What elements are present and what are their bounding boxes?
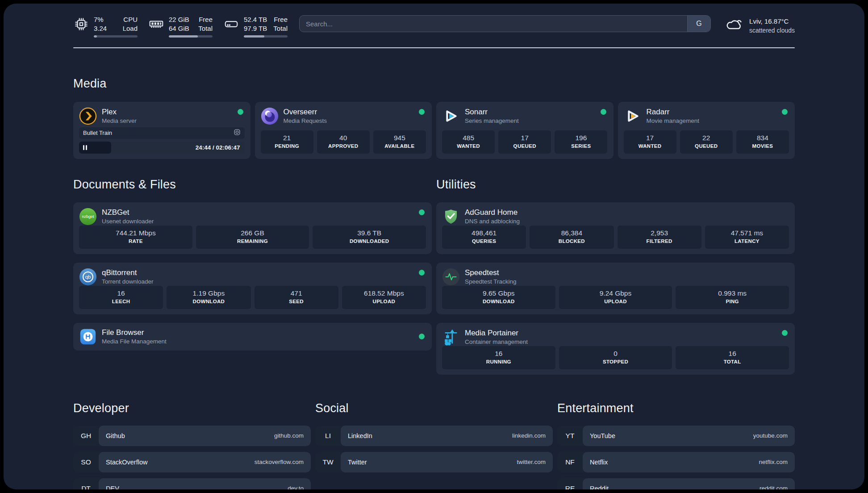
card-portainer[interactable]: Media Portainer Container management 16R… — [436, 323, 795, 375]
memory-progress-bar — [169, 35, 213, 38]
bookmark-reddit[interactable]: RE Redditreddit.com — [557, 478, 795, 489]
memory-icon — [148, 16, 164, 32]
card-overseerr[interactable]: Overseerr Media Requests 21PENDING 40APP… — [255, 102, 432, 159]
section-social: Social LI LinkedInlinkedin.com TW Twitte… — [315, 401, 553, 489]
card-filebrowser[interactable]: File Browser Media File Management — [73, 323, 432, 351]
stat-queries: 498,461QUERIES — [442, 226, 526, 248]
card-radarr[interactable]: Radarr Movie management 17WANTED 22QUEUE… — [618, 102, 795, 159]
card-subtitle: Container management — [465, 338, 528, 346]
bookmark-netflix[interactable]: NF Netflixnetflix.com — [557, 452, 795, 472]
memory-free-value: 22 GiB — [169, 15, 189, 24]
overseerr-icon — [261, 107, 279, 125]
card-subtitle: Series management — [465, 117, 519, 125]
stat-seed: 471SEED — [255, 286, 338, 309]
bookmark-name: Netflix — [590, 459, 608, 466]
stat-wanted: 17WANTED — [624, 130, 676, 153]
card-subtitle: Movie management — [647, 117, 700, 125]
stat-available: 945AVAILABLE — [373, 130, 426, 153]
stat-queued: 17QUEUED — [498, 130, 551, 153]
section-title-entertainment: Entertainment — [557, 401, 795, 415]
search-provider-button[interactable]: G — [687, 16, 710, 32]
section-entertainment: Entertainment YT YouTubeyoutube.com NF N… — [557, 401, 795, 489]
bookmark-abbr: LI — [315, 426, 341, 446]
playback-progress-bar: 24:44 / 02:06:47 — [79, 142, 245, 154]
bookmark-name: YouTube — [590, 432, 615, 439]
status-dot — [419, 109, 425, 115]
stat-queued: 22QUEUED — [680, 130, 733, 153]
card-title: Plex — [102, 107, 137, 117]
pause-icon — [83, 145, 87, 150]
bookmark-abbr: RE — [557, 478, 583, 489]
stat-downloaded: 39.6 TBDOWNLOADED — [313, 226, 426, 248]
search-input[interactable] — [300, 16, 687, 32]
status-dot — [419, 209, 425, 215]
memory-total-value: 64 GiB — [169, 24, 189, 33]
section-title-media: Media — [73, 77, 795, 91]
card-title: File Browser — [102, 328, 167, 338]
cpu-widget: 7% 3.24 CPU Load — [73, 15, 138, 38]
card-subtitle: Media Requests — [284, 117, 327, 125]
disk-free-value: 52.4 TB — [244, 15, 267, 24]
stat-rate: 744.21 MbpsRATE — [79, 226, 192, 248]
stat-filtered: 2,953FILTERED — [618, 226, 701, 248]
bookmark-abbr: NF — [557, 452, 583, 472]
disk-total-value: 97.9 TB — [244, 24, 267, 33]
bookmark-linkedin[interactable]: LI LinkedInlinkedin.com — [315, 426, 553, 446]
status-dot — [419, 270, 425, 276]
bookmark-url: dev.to — [288, 485, 304, 489]
stat-total: 16TOTAL — [676, 346, 789, 369]
bookmark-url: linkedin.com — [512, 432, 546, 439]
dashboard-page: 7% 3.24 CPU Load — [4, 4, 864, 489]
bookmark-name: StackOverflow — [106, 459, 147, 466]
memory-widget: 22 GiB 64 GiB Free Total — [148, 15, 213, 38]
section-media: Media Plex Media server — [73, 77, 795, 159]
card-sonarr[interactable]: Sonarr Series management 485WANTED 17QUE… — [436, 102, 613, 159]
stat-download: 9.65 GbpsDOWNLOAD — [442, 286, 555, 309]
bookmark-url: reddit.com — [760, 485, 788, 489]
bookmark-stackoverflow[interactable]: SO StackOverflowstackoverflow.com — [73, 452, 311, 472]
card-plex[interactable]: Plex Media server Bullet Train — [73, 102, 250, 159]
weather-location: Lviv, 16.87°C — [749, 17, 795, 26]
card-title: Sonarr — [465, 107, 519, 117]
cpu-load-value: 3.24 — [94, 24, 107, 33]
stat-latency: 47.571 msLATENCY — [705, 226, 789, 248]
bookmark-url: stackoverflow.com — [255, 459, 304, 465]
radarr-icon — [624, 107, 642, 125]
card-title: NZBGet — [102, 208, 154, 217]
card-subtitle: Media File Management — [102, 338, 167, 346]
card-nzbget[interactable]: nzbget NZBGet Usenet downloader 744.21 M… — [73, 202, 432, 254]
svg-text:nzbget: nzbget — [82, 214, 94, 219]
stat-series: 196SERIES — [555, 130, 607, 153]
weather-widget: Lviv, 16.87°C scattered clouds — [724, 15, 795, 37]
stat-upload: 9.24 GbpsUPLOAD — [559, 286, 672, 309]
card-title: AdGuard Home — [465, 208, 520, 217]
bookmark-twitter[interactable]: TW Twittertwitter.com — [315, 452, 553, 472]
bookmark-github[interactable]: GH Githubgithub.com — [73, 426, 311, 446]
card-title: Media Portainer — [465, 328, 528, 338]
bookmark-name: Github — [106, 432, 125, 439]
bookmark-name: DEV — [106, 485, 119, 489]
bookmark-dev[interactable]: DT DEVdev.to — [73, 478, 311, 489]
status-dot — [601, 109, 606, 115]
section-title-utilities: Utilities — [436, 178, 795, 192]
topbar: 7% 3.24 CPU Load — [73, 15, 795, 38]
bookmark-url: github.com — [274, 432, 304, 439]
memory-total-label: Total — [198, 24, 213, 33]
stat-wanted: 485WANTED — [442, 130, 495, 153]
card-title: Radarr — [647, 107, 700, 117]
bookmark-youtube[interactable]: YT YouTubeyoutube.com — [557, 426, 795, 446]
filebrowser-icon — [79, 328, 97, 346]
search-bar: G — [299, 15, 711, 32]
stat-stopped: 0STOPPED — [559, 346, 672, 369]
card-adguard[interactable]: AdGuard Home DNS and adblocking 498,461Q… — [436, 202, 795, 254]
bookmark-abbr: SO — [73, 452, 99, 472]
stat-leech: 16LEECH — [79, 286, 163, 309]
cpu-label: CPU — [123, 15, 138, 24]
qbittorrent-icon: qb — [79, 268, 97, 286]
card-speedtest[interactable]: Speedtest Speedtest Tracking 9.65 GbpsDO… — [436, 263, 795, 314]
card-qbittorrent[interactable]: qb qBittorrent Torrent downloader 16LEEC… — [73, 263, 432, 314]
playback-time: 24:44 / 02:06:47 — [196, 142, 240, 154]
bookmark-name: Twitter — [348, 459, 367, 466]
disk-progress-bar — [244, 35, 288, 38]
card-title: Overseerr — [284, 107, 327, 117]
